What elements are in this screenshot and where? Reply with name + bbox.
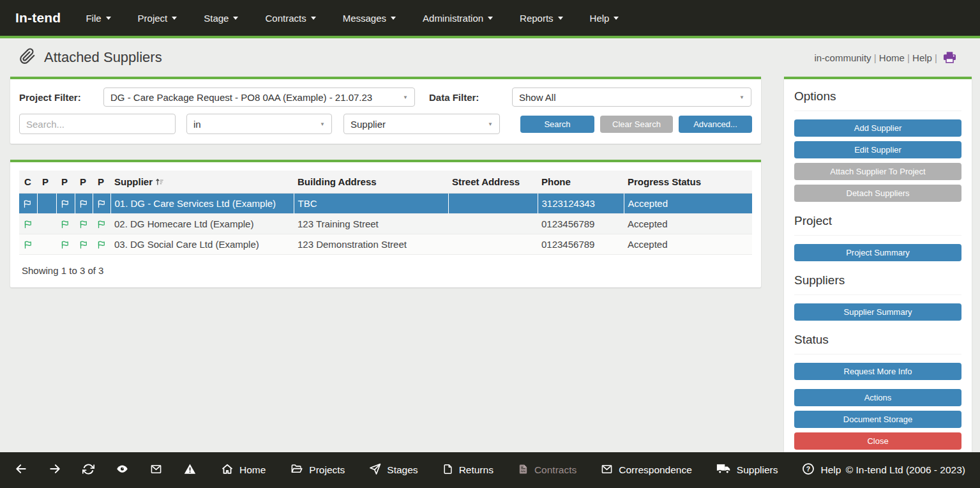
menu-project[interactable]: Project bbox=[124, 0, 191, 36]
print-button[interactable] bbox=[944, 52, 956, 63]
chevron-down-icon bbox=[106, 17, 111, 20]
footer-item-contracts[interactable]: Contracts bbox=[518, 463, 577, 478]
menu-file[interactable]: File bbox=[72, 0, 124, 36]
flag-icon bbox=[61, 199, 70, 209]
close-button[interactable]: Close bbox=[794, 432, 961, 450]
preview-button[interactable] bbox=[116, 463, 129, 477]
column-header-street-address[interactable]: Street Address bbox=[448, 171, 538, 194]
page-header: Attached Suppliers in-community | Home |… bbox=[0, 38, 980, 77]
forward-button[interactable] bbox=[49, 462, 61, 478]
menu-reports[interactable]: Reports bbox=[506, 0, 577, 36]
flag-icon bbox=[97, 220, 107, 229]
header-link-in-community: in-community bbox=[814, 52, 871, 63]
cell-supplier: 03. DG Social Care Ltd (Example) bbox=[110, 234, 294, 255]
table-row[interactable]: 01. DG - Care Services Ltd (Example) TBC… bbox=[19, 194, 752, 214]
header-link-help[interactable]: Help bbox=[912, 52, 932, 63]
search-field-select[interactable]: Supplier ▼ bbox=[343, 114, 500, 134]
document-storage-button[interactable]: Document Storage bbox=[794, 411, 961, 428]
file-icon bbox=[442, 463, 453, 478]
footer-item-stages[interactable]: Stages bbox=[369, 463, 418, 478]
chevron-down-icon bbox=[391, 17, 396, 20]
header-link-home[interactable]: Home bbox=[879, 52, 905, 63]
chevron-down-icon bbox=[311, 17, 316, 20]
column-header-p-1[interactable]: P bbox=[37, 171, 56, 194]
home-icon bbox=[221, 463, 234, 478]
section-heading-options: Options bbox=[794, 82, 961, 111]
menu-contracts[interactable]: Contracts bbox=[252, 0, 329, 36]
actions-sidebar: OptionsAdd SupplierEdit SupplierAttach S… bbox=[784, 77, 972, 464]
cell-progress-status: Accepted bbox=[624, 234, 752, 255]
footer-item-projects[interactable]: Projects bbox=[290, 463, 345, 477]
navbar-menus: FileProjectStageContractsMessagesAdminis… bbox=[72, 0, 632, 36]
messages-button[interactable] bbox=[150, 464, 162, 477]
footer-item-suppliers[interactable]: Suppliers bbox=[716, 463, 778, 477]
edit-supplier-button[interactable]: Edit Supplier bbox=[794, 141, 961, 158]
cell-phone: 0123456789 bbox=[538, 234, 624, 255]
printer-icon bbox=[944, 52, 956, 63]
refresh-button[interactable] bbox=[82, 463, 94, 478]
sort-icon[interactable] bbox=[155, 177, 165, 187]
cell-phone: 0123456789 bbox=[538, 214, 624, 234]
bottom-toolbar: HomeProjectsStagesReturnsContractsCorres… bbox=[0, 452, 980, 488]
flag-cell-4 bbox=[93, 234, 110, 255]
column-header-p-2[interactable]: P bbox=[56, 171, 75, 194]
chevron-down-icon bbox=[488, 17, 493, 20]
menu-stage[interactable]: Stage bbox=[190, 0, 252, 36]
search-button[interactable]: Search bbox=[520, 116, 594, 133]
data-filter-select[interactable]: Show All ▼ bbox=[512, 88, 751, 107]
cell-building-address: 123 Demonstration Street bbox=[294, 234, 448, 255]
file-contract-icon bbox=[518, 463, 529, 478]
footer-item-returns[interactable]: Returns bbox=[442, 463, 494, 478]
footer-item-help[interactable]: ?Help bbox=[802, 462, 841, 478]
section-heading-status: Status bbox=[794, 325, 961, 355]
footer-item-correspondence[interactable]: Correspondence bbox=[601, 464, 692, 477]
alerts-button[interactable] bbox=[183, 463, 197, 478]
menu-administration[interactable]: Administration bbox=[409, 0, 506, 36]
request-more-info-button[interactable]: Request More Info bbox=[794, 363, 961, 380]
flag-cell-0 bbox=[19, 194, 37, 214]
column-header-p-3[interactable]: P bbox=[75, 171, 93, 194]
svg-text:?: ? bbox=[806, 466, 810, 473]
suppliers-table: CPPPPSupplierBuilding AddressStreet Addr… bbox=[19, 171, 752, 255]
cell-phone: 3123124343 bbox=[538, 194, 624, 214]
chevron-down-icon bbox=[614, 17, 619, 20]
menu-help[interactable]: Help bbox=[577, 0, 633, 36]
table-row[interactable]: 03. DG Social Care Ltd (Example) 123 Dem… bbox=[19, 234, 752, 255]
advanced-button[interactable]: Advanced... bbox=[679, 116, 752, 133]
flag-cell-1 bbox=[37, 214, 56, 234]
flag-icon bbox=[79, 220, 89, 229]
search-scope-select[interactable]: in ▼ bbox=[186, 114, 332, 134]
project-summary-button[interactable]: Project Summary bbox=[794, 244, 961, 261]
column-header-phone[interactable]: Phone bbox=[538, 171, 624, 194]
footer-item-home[interactable]: Home bbox=[221, 463, 266, 478]
column-header-p-4[interactable]: P bbox=[93, 171, 110, 194]
cell-building-address: TBC bbox=[294, 194, 448, 214]
add-supplier-button[interactable]: Add Supplier bbox=[794, 119, 961, 137]
column-header-c-0[interactable]: C bbox=[19, 171, 37, 194]
paper-plane-icon bbox=[369, 463, 381, 478]
project-filter-select[interactable]: DG - Care Package Request - PO8 0AA (Exa… bbox=[103, 88, 415, 107]
cell-street-address bbox=[448, 214, 538, 234]
chevron-down-icon: ▼ bbox=[320, 121, 325, 127]
cell-street-address bbox=[448, 234, 538, 255]
flag-cell-2 bbox=[56, 214, 75, 234]
table-row[interactable]: 02. DG Homecare Ltd (Example) 123 Traini… bbox=[19, 214, 752, 234]
back-button[interactable] bbox=[15, 462, 27, 478]
column-header-supplier[interactable]: Supplier bbox=[110, 171, 294, 194]
app-brand[interactable]: In-tend bbox=[15, 10, 61, 26]
search-input[interactable] bbox=[19, 114, 176, 134]
menu-messages[interactable]: Messages bbox=[329, 0, 409, 36]
filter-panel: Project Filter: DG - Care Package Reques… bbox=[10, 77, 761, 144]
flag-cell-2 bbox=[56, 234, 75, 255]
eye-icon bbox=[116, 463, 129, 477]
column-header-progress-status[interactable]: Progress Status bbox=[624, 171, 752, 194]
header-links: in-community | Home | Help | bbox=[814, 52, 956, 63]
flag-icon bbox=[24, 220, 33, 229]
arrow-right-icon bbox=[49, 462, 61, 478]
supplier-summary-button[interactable]: Supplier Summary bbox=[794, 303, 961, 321]
clear-search-button[interactable]: Clear Search bbox=[600, 116, 673, 133]
column-header-building-address[interactable]: Building Address bbox=[294, 171, 448, 194]
actions-button[interactable]: Actions bbox=[794, 389, 961, 406]
data-filter-label: Data Filter: bbox=[429, 92, 512, 103]
flag-icon bbox=[23, 199, 33, 209]
